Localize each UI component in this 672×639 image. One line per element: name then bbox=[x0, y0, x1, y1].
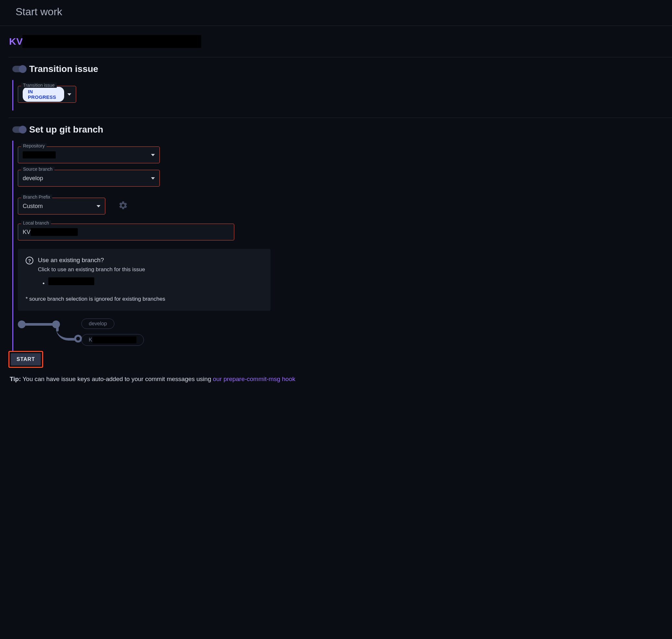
repository-select[interactable] bbox=[18, 146, 160, 163]
start-button-highlight: START bbox=[9, 351, 43, 368]
existing-branch-subtitle: Click to use an existing branch for this… bbox=[38, 266, 263, 273]
existing-branch-title: Use an existing branch? bbox=[38, 256, 104, 264]
local-branch-value-prefix: KV bbox=[23, 229, 30, 236]
local-branch-input[interactable]: KV bbox=[18, 223, 234, 240]
branch-diagram: develop K bbox=[18, 319, 212, 346]
chevron-down-icon bbox=[151, 177, 155, 180]
existing-branch-footnote: * source branch selection is ignored for… bbox=[26, 296, 263, 302]
source-branch-label: Source branch bbox=[21, 167, 54, 172]
toggle-transition-issue[interactable] bbox=[12, 66, 26, 72]
status-chip: IN PROGRESS bbox=[23, 87, 64, 102]
source-branch-value: develop bbox=[23, 175, 148, 182]
tip-link[interactable]: our prepare-commit-msg hook bbox=[213, 376, 295, 383]
issue-header: KV bbox=[9, 26, 672, 57]
chevron-down-icon bbox=[151, 154, 155, 156]
chevron-down-icon bbox=[67, 93, 71, 96]
page-title: Start work bbox=[0, 0, 672, 26]
tip-text: Tip: You can have issue keys auto-added … bbox=[9, 376, 672, 383]
diagram-new-branch-pill: K bbox=[81, 334, 144, 346]
branch-prefix-value: Custom bbox=[23, 203, 93, 210]
transition-field-label: Transition issue bbox=[21, 83, 57, 88]
diagram-source-branch-pill: develop bbox=[81, 318, 114, 329]
existing-branch-panel: ? Use an existing branch? Click to use a… bbox=[18, 249, 270, 311]
branch-prefix-select[interactable]: Custom bbox=[18, 198, 105, 215]
help-icon: ? bbox=[26, 256, 33, 264]
local-branch-label: Local branch bbox=[21, 220, 51, 225]
existing-branch-item[interactable] bbox=[48, 277, 263, 287]
chevron-down-icon bbox=[96, 205, 100, 207]
repository-value-redacted bbox=[23, 151, 56, 158]
local-branch-value-redacted bbox=[30, 228, 78, 236]
section-git-branch: Set up git branch Repository Source bran… bbox=[9, 118, 672, 390]
section-title: Set up git branch bbox=[29, 124, 103, 135]
transition-status-select[interactable]: IN PROGRESS bbox=[18, 86, 76, 103]
commit-ring-icon bbox=[74, 335, 82, 343]
branch-prefix-label: Branch Prefix bbox=[21, 194, 52, 200]
gear-icon[interactable] bbox=[118, 201, 128, 212]
source-branch-select[interactable]: develop bbox=[18, 170, 160, 187]
issue-summary-redacted bbox=[22, 35, 201, 48]
toggle-git-branch[interactable] bbox=[12, 126, 26, 133]
issue-key[interactable]: KV bbox=[9, 36, 23, 47]
section-title: Transition issue bbox=[29, 64, 98, 74]
start-button[interactable]: START bbox=[11, 353, 41, 365]
commit-dot-icon bbox=[18, 321, 26, 328]
section-transition-issue: Transition issue Transition issue IN PRO… bbox=[9, 57, 672, 118]
repository-label: Repository bbox=[21, 143, 47, 149]
